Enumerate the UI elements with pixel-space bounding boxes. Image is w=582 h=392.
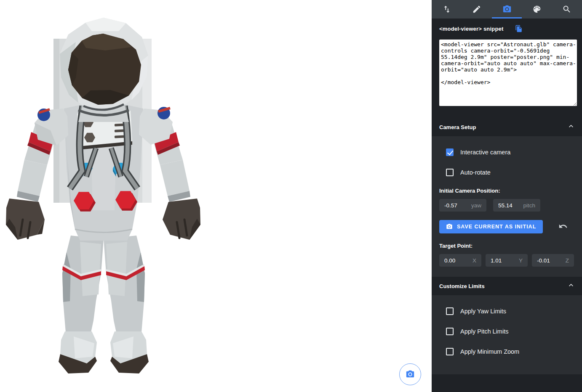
customize-limits-header[interactable]: Customize Limits (432, 277, 582, 295)
target-y-input[interactable]: 1.01 Y (486, 254, 528, 267)
editor-panel: <model-viewer> snippet <model-viewer src… (432, 0, 582, 392)
target-z-input[interactable]: -0.01 Z (532, 254, 574, 267)
panel-footer (432, 374, 582, 392)
interactive-camera-checkbox[interactable] (446, 148, 454, 156)
yaw-suffix: yaw (471, 202, 481, 209)
palette-icon (532, 5, 542, 14)
target-z-value: -0.01 (537, 257, 566, 264)
tab-materials[interactable] (522, 0, 552, 19)
screenshot-fab-button[interactable] (399, 363, 421, 385)
snippet-section: <model-viewer> snippet <model-viewer src… (432, 19, 582, 111)
model-viewport[interactable] (0, 0, 432, 392)
save-current-as-initial-button[interactable]: SAVE CURRENT AS INITIAL (439, 220, 543, 233)
chevron-up-icon[interactable] (567, 281, 575, 291)
target-x-value: 0.00 (444, 257, 473, 264)
camera-icon (502, 5, 512, 14)
undo-icon (558, 222, 568, 231)
target-z-suffix: Z (566, 257, 569, 264)
pitch-value: 55.14 (498, 202, 523, 209)
initial-camera-position-label: Initial Camera Position: (439, 188, 574, 194)
snippet-code-textarea[interactable]: <model-viewer src="Astronaut.glb" camera… (439, 40, 577, 106)
tab-inspector[interactable] (552, 0, 582, 19)
yaw-input[interactable]: -0.57 yaw (439, 199, 486, 212)
camera-setup-title: Camera Setup (439, 124, 476, 130)
pitch-input[interactable]: 55.14 pitch (493, 199, 540, 212)
target-y-value: 1.01 (491, 257, 519, 264)
yaw-value: -0.57 (444, 202, 471, 209)
copy-icon (515, 25, 523, 32)
snippet-title: <model-viewer> snippet (439, 26, 504, 32)
camera-icon (446, 223, 453, 230)
tab-edit[interactable] (462, 0, 491, 19)
apply-yaw-limits-checkbox[interactable] (446, 307, 454, 315)
target-point-label: Target Point: (439, 243, 574, 249)
chevron-up-icon[interactable] (567, 122, 575, 132)
apply-minimum-zoom-checkbox[interactable] (446, 348, 454, 355)
interactive-camera-label: Interactive camera (460, 149, 510, 156)
tab-import-export[interactable] (432, 0, 462, 19)
copy-snippet-button[interactable] (515, 24, 523, 33)
save-button-label: SAVE CURRENT AS INITIAL (457, 224, 536, 230)
apply-yaw-limits-label: Apply Yaw Limits (460, 308, 506, 315)
interactive-camera-checkbox-row[interactable]: Interactive camera (446, 147, 574, 157)
camera-setup-header[interactable]: Camera Setup (432, 118, 582, 136)
apply-pitch-limits-label: Apply Pitch Limits (460, 328, 508, 335)
target-x-input[interactable]: 0.00 X (439, 254, 481, 267)
pitch-suffix: pitch (523, 202, 535, 209)
helmet (60, 18, 148, 110)
apply-minimum-zoom-row[interactable]: Apply Minimum Zoom (446, 347, 574, 357)
astronaut-3d-model[interactable] (0, 0, 211, 392)
search-icon (562, 5, 571, 14)
customize-limits-title: Customize Limits (439, 283, 485, 289)
auto-rotate-checkbox[interactable] (446, 169, 454, 176)
camera-setup-body: Interactive camera Auto-rotate Initial C… (432, 136, 582, 277)
target-x-suffix: X (473, 257, 476, 264)
apply-yaw-limits-row[interactable]: Apply Yaw Limits (446, 306, 574, 316)
apply-minimum-zoom-label: Apply Minimum Zoom (460, 348, 519, 355)
import-export-icon (442, 5, 451, 14)
camera-icon (406, 370, 415, 379)
apply-pitch-limits-row[interactable]: Apply Pitch Limits (446, 326, 574, 336)
tab-camera[interactable] (492, 0, 522, 19)
panel-tabbar (432, 0, 582, 19)
edit-icon (472, 5, 481, 14)
auto-rotate-checkbox-row[interactable]: Auto-rotate (446, 167, 574, 177)
auto-rotate-label: Auto-rotate (460, 169, 491, 176)
apply-pitch-limits-checkbox[interactable] (446, 328, 454, 335)
target-y-suffix: Y (519, 257, 523, 264)
undo-button[interactable] (558, 222, 569, 232)
customize-limits-body: Apply Yaw Limits Apply Pitch Limits Appl… (432, 295, 582, 374)
